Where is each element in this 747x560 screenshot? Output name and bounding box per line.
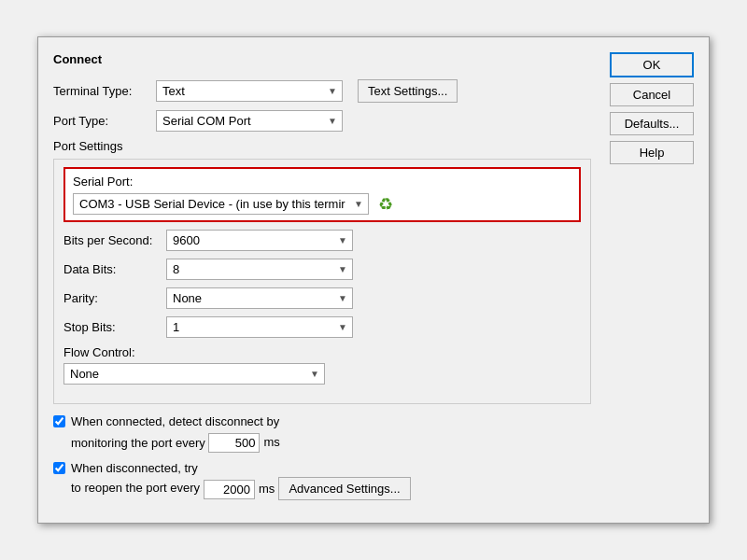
disconnect-interval-unit: ms xyxy=(263,434,279,451)
port-settings-section-title: Port Settings xyxy=(53,139,591,153)
parity-row: Parity: None Odd Even Mark Space ▼ xyxy=(63,287,581,309)
serial-port-select[interactable]: COM3 - USB Serial Device - (in use by th… xyxy=(73,193,369,215)
help-button[interactable]: Help xyxy=(610,141,694,164)
disconnect-interval-input[interactable] xyxy=(208,433,260,453)
bits-per-second-select[interactable]: 9600 1200 2400 4800 19200 38400 57600 11… xyxy=(166,230,353,251)
disconnect-monitor-text-line2: monitoring the port every xyxy=(71,436,205,450)
bits-per-second-select-wrapper: 9600 1200 2400 4800 19200 38400 57600 11… xyxy=(166,230,353,251)
flow-control-select-wrapper: None Hardware XON/XOFF ▼ xyxy=(63,363,325,385)
stop-bits-label: Stop Bits: xyxy=(63,320,166,334)
advanced-settings-button[interactable]: Advanced Settings... xyxy=(278,477,410,500)
port-type-row: Port Type: Serial COM Port TCP/IP Named … xyxy=(53,110,591,132)
flow-control-row: Flow Control: None Hardware XON/XOFF ▼ xyxy=(63,345,581,385)
stop-bits-select-wrapper: 1 1.5 2 ▼ xyxy=(166,316,353,338)
text-settings-button[interactable]: Text Settings... xyxy=(358,79,458,103)
stop-bits-select[interactable]: 1 1.5 2 xyxy=(166,316,353,338)
disconnect-interval-group: ms xyxy=(208,433,279,453)
main-content: Terminal Type: Text VT100 ANSI ▼ Text Se… xyxy=(53,79,591,499)
bits-per-second-label: Bits per Second: xyxy=(63,233,166,247)
parity-select[interactable]: None Odd Even Mark Space xyxy=(166,287,353,309)
terminal-type-select-wrapper: Text VT100 ANSI ▼ xyxy=(156,80,343,102)
terminal-type-row: Terminal Type: Text VT100 ANSI ▼ Text Se… xyxy=(53,79,591,103)
cancel-button[interactable]: Cancel xyxy=(610,83,694,106)
parity-label: Parity: xyxy=(63,291,166,305)
parity-select-wrapper: None Odd Even Mark Space ▼ xyxy=(166,287,353,309)
serial-port-highlight: Serial Port: COM3 - USB Serial Device - … xyxy=(63,167,581,222)
data-bits-label: Data Bits: xyxy=(63,262,166,276)
defaults-button[interactable]: Defaults... xyxy=(610,112,694,135)
disconnect-monitor-text-line1: When connected, detect disconnect by xyxy=(71,414,279,428)
stop-bits-row: Stop Bits: 1 1.5 2 ▼ xyxy=(63,316,581,338)
dialog-title: Connect xyxy=(53,52,694,66)
reopen-interval-unit: ms xyxy=(259,481,275,497)
reopen-text-line1: When disconnected, try xyxy=(71,461,198,475)
reopen-text: When disconnected, try to reopen the por… xyxy=(71,460,591,500)
serial-port-inner: COM3 - USB Serial Device - (in use by th… xyxy=(73,192,571,215)
terminal-type-select[interactable]: Text VT100 ANSI xyxy=(156,80,343,102)
data-bits-select[interactable]: 8 7 6 5 xyxy=(166,259,353,280)
refresh-icon: ♻ xyxy=(376,194,395,213)
bits-per-second-row: Bits per Second: 9600 1200 2400 4800 192… xyxy=(63,230,581,251)
reopen-row: When disconnected, try to reopen the por… xyxy=(53,460,591,500)
port-type-select[interactable]: Serial COM Port TCP/IP Named Pipe xyxy=(156,110,343,132)
flow-control-label: Flow Control: xyxy=(63,345,135,359)
right-button-group: OK Cancel Defaults... Help xyxy=(610,52,694,164)
refresh-button[interactable]: ♻ xyxy=(374,192,397,215)
reopen-checkbox[interactable] xyxy=(53,462,65,474)
flow-control-select[interactable]: None Hardware XON/XOFF xyxy=(63,363,325,385)
reopen-interval-input[interactable] xyxy=(204,480,255,499)
serial-port-select-wrapper: COM3 - USB Serial Device - (in use by th… xyxy=(73,193,369,215)
connect-dialog: Connect OK Cancel Defaults... Help Termi… xyxy=(37,36,710,523)
disconnect-monitor-text: When connected, detect disconnect by mon… xyxy=(71,413,591,452)
disconnect-monitor-checkbox[interactable] xyxy=(53,415,65,427)
reopen-text-line2: to reopen the port every xyxy=(71,480,200,497)
port-type-select-wrapper: Serial COM Port TCP/IP Named Pipe ▼ xyxy=(156,110,343,132)
data-bits-select-wrapper: 8 7 6 5 ▼ xyxy=(166,259,353,280)
terminal-type-label: Terminal Type: xyxy=(53,84,156,98)
port-type-label: Port Type: xyxy=(53,114,156,128)
reopen-interval-group: ms xyxy=(204,480,275,499)
port-settings-box: Serial Port: COM3 - USB Serial Device - … xyxy=(53,159,591,404)
serial-port-label: Serial Port: xyxy=(73,175,571,189)
disconnect-monitor-row: When connected, detect disconnect by mon… xyxy=(53,413,591,452)
ok-button[interactable]: OK xyxy=(610,52,694,77)
data-bits-row: Data Bits: 8 7 6 5 ▼ xyxy=(63,259,581,280)
